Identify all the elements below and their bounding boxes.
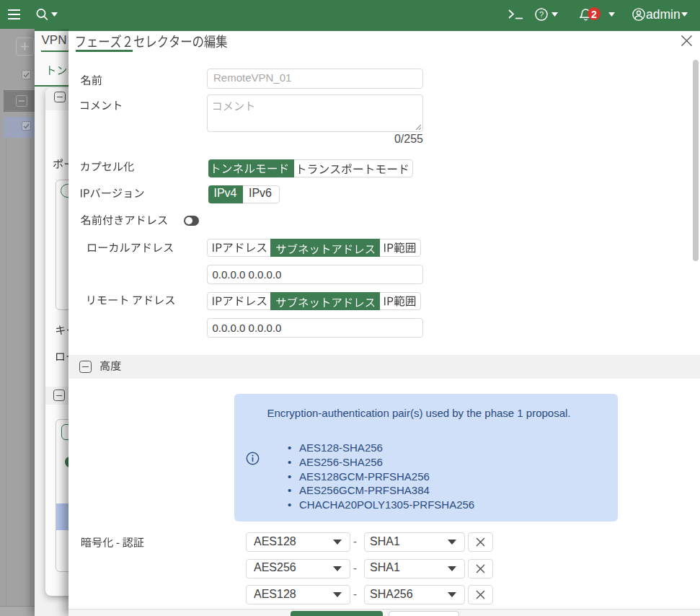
svg-text:?: ?	[539, 10, 544, 19]
